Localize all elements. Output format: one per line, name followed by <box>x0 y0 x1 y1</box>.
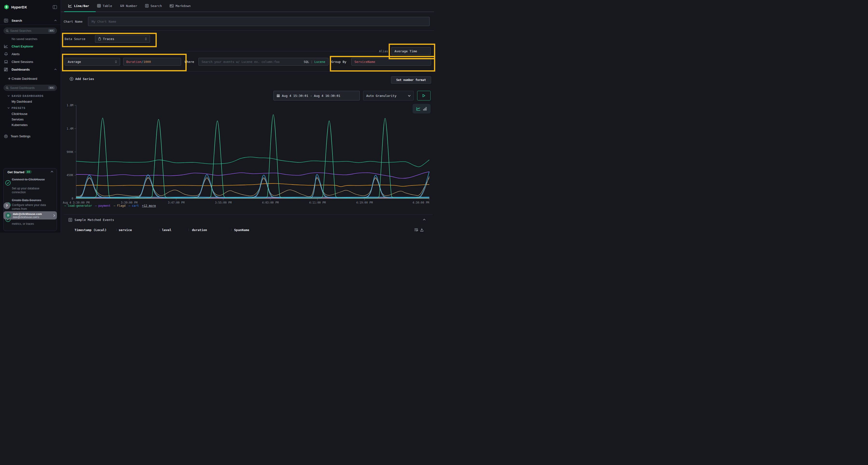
column-separator[interactable]: ⁞ <box>116 228 117 232</box>
chart-name-label: Chart Name <box>64 20 83 23</box>
column-separator[interactable]: ⁞ <box>159 228 160 232</box>
line-chart-toggle-icon[interactable] <box>416 107 421 110</box>
sidebar-item-my-dashboard[interactable]: My Dashboard <box>0 98 61 105</box>
keyboard-shortcut-badge: ⌘K <box>48 86 55 89</box>
help-button[interactable]: ? <box>3 202 10 209</box>
sql-mode-toggle[interactable]: SQL <box>304 60 309 64</box>
divider <box>61 30 434 31</box>
chevron-up-icon[interactable] <box>51 171 53 172</box>
where-label: Where <box>185 60 194 64</box>
where-search-input[interactable]: Search your events w/ Lucene ex. column:… <box>198 58 329 66</box>
select-updown-icon <box>115 61 117 63</box>
legend-item[interactable]: —load-generator <box>64 204 92 207</box>
search-icon <box>6 87 9 89</box>
tab-line-bar[interactable]: Line/Bar <box>68 4 89 8</box>
legend-item[interactable]: —cart <box>129 204 139 207</box>
brand-name: HyperDX <box>11 5 27 9</box>
bar-chart-toggle-icon[interactable] <box>423 107 427 110</box>
saved-dashboards-input[interactable]: Saved Dashboards ⌘K <box>4 85 57 91</box>
plus-icon <box>8 77 10 80</box>
alias-input[interactable]: Average Time <box>391 47 431 55</box>
column-header-spanname[interactable]: SpanName <box>234 228 249 232</box>
lucene-mode-toggle[interactable]: Lucene <box>314 60 325 64</box>
sidebar-search-label: Search <box>11 19 22 23</box>
sidebar-collapse-icon[interactable] <box>53 5 57 9</box>
get-started-step2-title[interactable]: Create Data Sources <box>12 198 50 202</box>
add-series-button[interactable]: Add Series <box>70 77 94 81</box>
chart-canvas: 0450K900K1.4M1.8MAug 4 3:30:00 PM3:39:00… <box>61 102 434 213</box>
get-started-title: Get Started <box>7 170 24 174</box>
group-by-input[interactable]: ServiceName <box>351 58 431 66</box>
sidebar-item-client-sessions[interactable]: Client Sessions <box>0 59 61 65</box>
set-number-format-button[interactable]: Set number format <box>391 76 431 84</box>
saved-searches-input[interactable]: Saved Searches ⌘K <box>4 28 57 34</box>
date-range-value: Aug 4 15:30:01 - Aug 4 16:30:01 <box>282 94 340 98</box>
svg-text:4:11:00 PM: 4:11:00 PM <box>309 201 326 204</box>
line-bar-chart-icon <box>68 4 72 7</box>
run-query-button[interactable] <box>417 91 431 100</box>
where-placeholder: Search your events w/ Lucene ex. column:… <box>202 60 280 64</box>
sidebar-item-create-dashboard[interactable]: Create Dashboard <box>0 75 61 82</box>
tab-search[interactable]: Search <box>145 4 162 8</box>
sidebar-item-alerts[interactable]: Alerts <box>0 51 61 57</box>
chevron-up-icon[interactable] <box>423 219 426 221</box>
user-subtitle: dale@clickhouse.com's <box>13 215 42 219</box>
column-header-duration[interactable]: duration <box>192 228 207 232</box>
svg-text:1.8M: 1.8M <box>66 104 73 107</box>
column-header-level[interactable]: level <box>162 228 172 232</box>
sidebar-section-search[interactable]: Search <box>0 18 61 24</box>
line-chart-icon <box>4 44 8 48</box>
date-range-picker[interactable]: Aug 4 15:30:01 - Aug 4 16:30:01 <box>273 91 360 100</box>
sidebar-item-kubernetes[interactable]: Kubernetes <box>0 122 61 128</box>
number-123-icon: 123 <box>120 5 124 7</box>
get-started-step3-desc: metrics, or traces <box>12 222 50 226</box>
saved-dashboards-section-header[interactable]: SAVED DASHBOARDS <box>0 94 61 98</box>
legend-more-link[interactable]: +12 more <box>142 204 156 207</box>
get-started-step1-title[interactable]: Connect to ClickHouse <box>12 177 50 182</box>
hyperdx-app: HyperDX Search Saved Searches ⌘K No save… <box>0 0 434 232</box>
avatar: D <box>5 212 11 218</box>
tab-markdown[interactable]: Markdown <box>170 4 191 8</box>
svg-text:4:03:00 PM: 4:03:00 PM <box>262 201 279 204</box>
sidebar: HyperDX Search Saved Searches ⌘K No save… <box>0 0 61 232</box>
chevron-right-icon <box>53 214 55 217</box>
legend-item[interactable]: —payment <box>95 204 111 207</box>
search-icon <box>6 29 9 32</box>
column-header-timestamp[interactable]: Timestamp (Local) <box>74 228 106 232</box>
data-source-select[interactable]: Traces <box>95 35 150 43</box>
granularity-select[interactable]: Auto Granularity <box>363 91 414 100</box>
sidebar-section-dashboards[interactable]: Dashboards <box>0 66 61 72</box>
chart-name-input[interactable] <box>88 17 430 26</box>
download-icon[interactable] <box>420 228 424 232</box>
sample-events-header[interactable]: Sample Matched Events <box>68 218 114 222</box>
user-account-chip[interactable]: D dale@clickhouse.com dale@clickhouse.co… <box>3 211 57 220</box>
wrap-lines-icon[interactable] <box>414 228 418 232</box>
boxed-list-icon <box>68 218 72 222</box>
play-icon <box>423 94 425 97</box>
tab-number[interactable]: 123 Number <box>120 4 137 8</box>
svg-text:3:47:00 PM: 3:47:00 PM <box>168 201 184 204</box>
no-saved-searches: No saved searches <box>0 36 61 42</box>
svg-text:900K: 900K <box>66 150 73 154</box>
expression-input[interactable]: Duration/1000 <box>123 58 181 66</box>
sidebar-item-team-settings[interactable]: Team Settings <box>0 133 61 139</box>
chevron-up-icon[interactable] <box>54 69 57 70</box>
column-separator[interactable]: ⁞ <box>188 228 189 232</box>
document-list-icon <box>145 4 149 7</box>
data-source-value: Traces <box>103 37 114 41</box>
column-separator[interactable]: ⁞ <box>231 228 232 232</box>
legend-item[interactable]: —flagd <box>114 204 125 207</box>
tabbar-underline <box>61 11 434 12</box>
presets-section-header[interactable]: PRESETS <box>0 106 61 110</box>
svg-text:450K: 450K <box>66 173 73 177</box>
expression-operator: / <box>142 60 144 64</box>
alias-value: Average Time <box>395 49 417 53</box>
brand-logo[interactable]: HyperDX <box>4 4 27 10</box>
column-header-service[interactable]: service <box>119 228 132 232</box>
sidebar-item-chart-explorer[interactable]: Chart Explorer <box>0 43 61 49</box>
aggregation-select[interactable]: Average <box>65 58 120 66</box>
tab-table[interactable]: Table <box>97 4 112 8</box>
chevron-up-icon[interactable] <box>54 20 57 21</box>
svg-text:0: 0 <box>72 197 73 200</box>
timeseries-chart[interactable]: 0450K900K1.4M1.8MAug 4 3:30:00 PM3:39:00… <box>61 102 434 213</box>
